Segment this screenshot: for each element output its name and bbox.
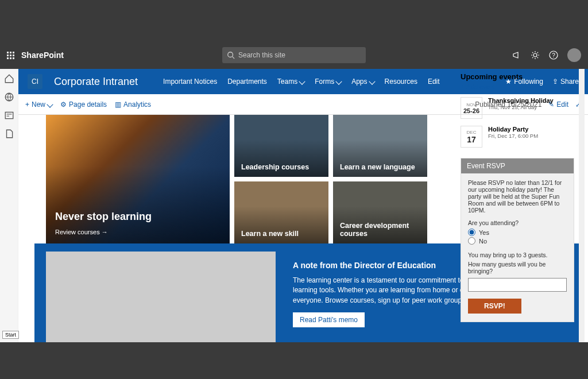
date-badge: NOV25-26 (461, 115, 482, 119)
site-logo[interactable]: CI (28, 74, 42, 89)
app-chrome: CI Corporate Intranet Important Notices … (0, 69, 588, 342)
analytics-button[interactable]: ▥Analytics (115, 100, 151, 109)
search-input[interactable] (238, 51, 361, 59)
date-badge: DEC17 (461, 126, 482, 148)
search-icon (227, 51, 235, 59)
nav-edit[interactable]: Edit (428, 78, 440, 86)
top-nav: Important Notices Departments Teams Form… (163, 78, 440, 86)
side-column: Upcoming events See all +Add event NOV25… (461, 115, 574, 322)
globe-icon[interactable] (4, 92, 14, 102)
rsvp-heading: Event RSVP (461, 158, 574, 173)
chevron-down-icon (299, 78, 305, 84)
page-canvas: Never stop learning Review courses → Lea… (18, 115, 588, 342)
read-memo-button[interactable]: Read Patti's memo (293, 312, 365, 327)
chevron-down-icon (47, 101, 53, 107)
nav-teams[interactable]: Teams (277, 78, 304, 86)
app-launcher-icon[interactable] (7, 52, 14, 59)
content-area: CI Corporate Intranet Important Notices … (18, 69, 588, 342)
hero-tile-skill[interactable]: Learn a new skill (234, 181, 328, 243)
settings-icon[interactable] (531, 51, 540, 60)
svg-point-0 (228, 52, 233, 57)
rsvp-guest-input[interactable] (468, 278, 567, 292)
site-title: Corporate Intranet (54, 76, 138, 88)
news-icon[interactable] (4, 110, 14, 121)
rsvp-guests-note: You may bring up to 3 guests. (468, 252, 567, 258)
megaphone-icon[interactable] (512, 51, 521, 60)
left-rail (0, 69, 18, 342)
nav-important-notices[interactable]: Important Notices (163, 78, 217, 86)
hero-tile-leadership[interactable]: Leadership courses (234, 115, 328, 177)
user-avatar[interactable] (567, 48, 581, 62)
rsvp-option-yes[interactable]: Yes (468, 229, 567, 236)
rsvp-option-no[interactable]: No (468, 237, 567, 245)
search-box[interactable] (222, 47, 366, 63)
chevron-down-icon (369, 78, 375, 84)
nav-resources[interactable]: Resources (385, 78, 417, 86)
rsvp-q-guests: How many guests will you be bringing? (468, 261, 567, 274)
plus-icon: + (25, 100, 29, 109)
event-item[interactable]: NOV25-26 Thanksgiving HolidayThu, Nov 25… (461, 115, 574, 119)
start-button[interactable]: Start (2, 331, 19, 339)
event-item[interactable]: DEC17 Holiday PartyFri, Dec 17, 6:00 PM (461, 126, 574, 148)
hero-tile-career[interactable]: Career development courses (333, 181, 427, 243)
hero-tile-main[interactable]: Never stop learning Review courses → (46, 115, 230, 243)
page-details-button[interactable]: ⚙Page details (60, 100, 107, 109)
chevron-down-icon (336, 78, 342, 84)
suite-bar: SharePoint ? (0, 41, 588, 69)
rsvp-web-part: Event RSVP Please RSVP no later than 12/… (461, 158, 574, 322)
chart-icon: ▥ (115, 100, 121, 109)
nav-forms[interactable]: Forms (315, 78, 341, 86)
rsvp-submit-button[interactable]: RSVP! (468, 299, 521, 314)
rsvp-intro: Please RSVP no later than 12/1 for our u… (468, 179, 567, 214)
nav-departments[interactable]: Departments (227, 78, 267, 86)
product-name: SharePoint (21, 51, 64, 60)
hero-title: Never stop learning (55, 211, 152, 223)
svg-rect-6 (5, 112, 13, 118)
scrollbar-vertical[interactable] (579, 69, 585, 342)
home-icon[interactable] (4, 74, 14, 84)
svg-line-1 (233, 57, 235, 59)
rsvp-q-attending: Are you attending? (468, 219, 567, 226)
svg-text:?: ? (552, 52, 555, 59)
new-button[interactable]: +New (25, 100, 52, 109)
hero-link[interactable]: Review courses → (55, 229, 108, 235)
files-icon[interactable] (4, 129, 14, 139)
hero-tile-language[interactable]: Learn a new language (333, 115, 427, 177)
help-icon[interactable]: ? (549, 51, 558, 60)
note-image (46, 252, 276, 342)
gear-icon: ⚙ (60, 100, 67, 109)
svg-point-2 (533, 53, 537, 57)
nav-apps[interactable]: Apps (351, 78, 374, 86)
